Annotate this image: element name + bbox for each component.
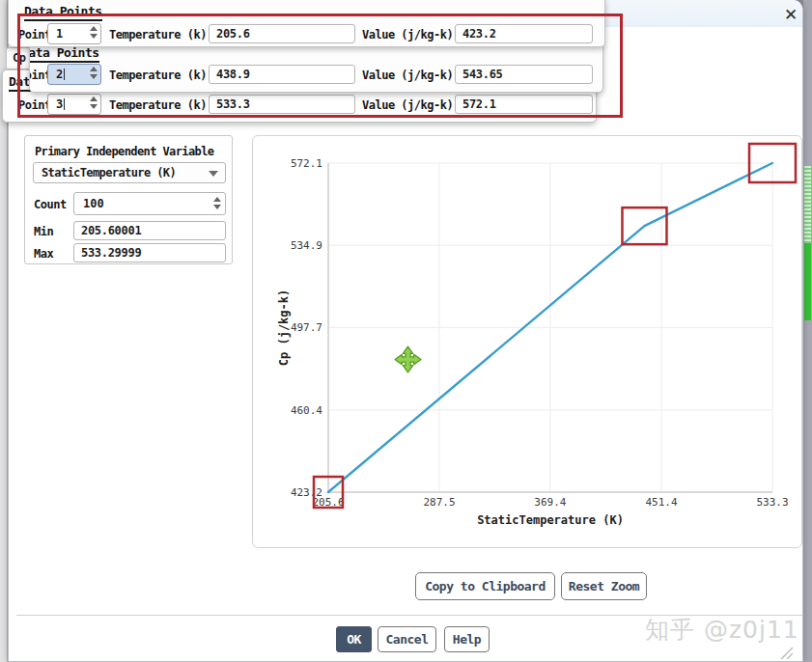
temperature-field[interactable]: 205.6 xyxy=(209,24,355,43)
x-axis-title: StaticTemperature (K) xyxy=(477,513,624,527)
y-tick-label: 423.2 xyxy=(291,486,322,499)
value-label: Value (j/kg-k) xyxy=(362,28,453,41)
x-tick-label: 287.5 xyxy=(423,496,455,509)
min-label: Min xyxy=(34,225,53,238)
value-label: Value (j/kg-k) xyxy=(362,69,453,82)
text-caret xyxy=(64,98,65,110)
resize-grip[interactable] xyxy=(777,644,793,659)
spin-down-icon[interactable] xyxy=(213,205,221,209)
x-tick-label: 451.4 xyxy=(645,496,677,509)
count-label: Count xyxy=(34,198,67,211)
temperature-label: Temperature (k) xyxy=(109,98,207,112)
y-tick-label: 497.7 xyxy=(291,321,322,334)
variable-dropdown[interactable]: StaticTemperature (K) xyxy=(33,162,226,183)
variable-dropdown-value: StaticTemperature (K) xyxy=(34,166,176,179)
background-scrollbar[interactable] xyxy=(803,0,812,662)
screen: Primary Independent Variable StaticTempe… xyxy=(0,0,812,662)
data-points-panel-1: Data Points Point 1 Temperature (k) 205.… xyxy=(8,0,605,47)
point-spinner[interactable]: 3 xyxy=(47,94,101,115)
point-label: Point xyxy=(18,28,51,41)
watermark: 知乎 @z0j11 xyxy=(645,614,799,646)
point-value: 2 xyxy=(48,68,63,81)
x-tick-label: 369.4 xyxy=(534,496,566,509)
close-icon[interactable]: ✕ xyxy=(781,5,800,24)
spinner-arrows[interactable] xyxy=(90,97,98,109)
spinner-arrows[interactable] xyxy=(90,26,98,39)
point-value: 1 xyxy=(48,27,63,41)
cp-chart-panel: 205.6287.5369.4451.4533.3423.2460.4497.7… xyxy=(252,135,802,548)
cancel-button[interactable]: Cancel xyxy=(378,626,436,652)
temperature-field[interactable]: 533.3 xyxy=(209,95,355,114)
primary-independent-variable-groupbox: Primary Independent Variable StaticTempe… xyxy=(24,135,233,264)
value-label: Value (j/kg-k) xyxy=(362,98,453,112)
groupbox-title: Primary Independent Variable xyxy=(35,145,214,158)
y-tick-label: 572.1 xyxy=(291,157,322,170)
max-label: Max xyxy=(34,247,53,261)
panel-title: Data Points xyxy=(24,4,102,21)
green-scroll-upper xyxy=(804,166,811,243)
x-tick-label: 533.3 xyxy=(756,496,788,509)
spinner-arrows[interactable] xyxy=(213,197,221,209)
point-value: 3 xyxy=(48,97,63,111)
spin-up-icon[interactable] xyxy=(90,67,98,71)
temperature-label: Temperature (k) xyxy=(109,28,207,41)
spin-down-icon[interactable] xyxy=(90,104,98,109)
max-field[interactable]: 533.29999 xyxy=(73,243,226,262)
point-spinner[interactable]: 1 xyxy=(47,23,101,44)
y-tick-label: 534.9 xyxy=(291,239,322,252)
text-caret xyxy=(64,69,65,80)
spin-down-icon[interactable] xyxy=(90,34,98,39)
move-cursor-icon xyxy=(394,345,422,373)
green-scroll-thumb[interactable] xyxy=(804,243,811,320)
temperature-field[interactable]: 438.9 xyxy=(209,65,355,84)
value-field[interactable]: 572.1 xyxy=(455,95,593,114)
point-label: Point xyxy=(18,98,51,112)
spin-up-icon[interactable] xyxy=(90,97,98,101)
cp-vs-temperature-chart[interactable]: 205.6287.5369.4451.4533.3423.2460.4497.7… xyxy=(253,136,803,549)
y-tick-label: 460.4 xyxy=(291,404,322,417)
point-spinner[interactable]: 2 xyxy=(47,64,101,85)
data-points-panel-2: Data Points Point 2 Temperature (k) 438.… xyxy=(29,42,603,93)
spin-up-icon[interactable] xyxy=(213,197,221,202)
panel-title: Data Points xyxy=(29,45,99,63)
spinner-arrows[interactable] xyxy=(90,67,98,79)
value-field[interactable]: 423.2 xyxy=(455,24,593,43)
chevron-down-icon xyxy=(209,171,218,177)
spin-down-icon[interactable] xyxy=(90,74,98,79)
spin-up-icon[interactable] xyxy=(90,26,98,31)
y-axis-title: Cp (j/kg-k) xyxy=(277,290,291,366)
min-field[interactable]: 205.60001 xyxy=(73,221,226,240)
temperature-label: Temperature (k) xyxy=(109,69,207,82)
help-button[interactable]: Help xyxy=(444,626,490,652)
count-spinner[interactable]: 100 xyxy=(73,192,226,215)
ok-button[interactable]: OK xyxy=(336,626,372,652)
reset-zoom-button[interactable]: Reset Zoom xyxy=(561,572,647,600)
value-field[interactable]: 543.65 xyxy=(455,65,593,84)
count-value: 100 xyxy=(74,193,225,210)
copy-to-clipboard-button[interactable]: Copy to Clipboard xyxy=(415,572,555,600)
